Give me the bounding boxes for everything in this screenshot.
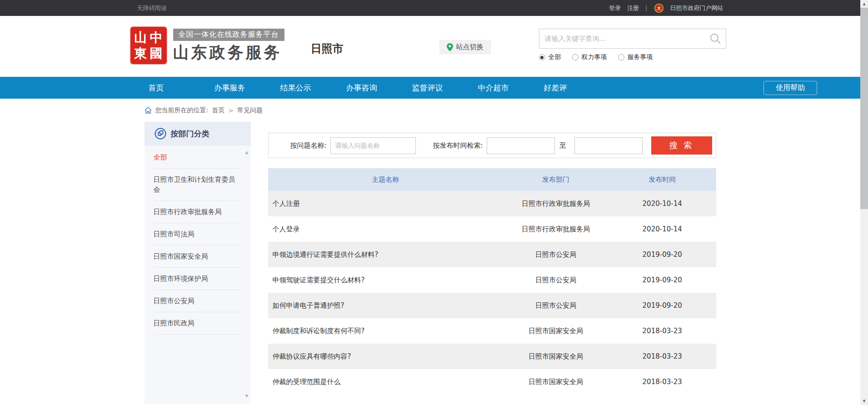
sidebar-item-admin-approval[interactable]: 日照市行政审批服务局 — [154, 201, 240, 223]
category-icon — [155, 128, 166, 140]
column-header-title: 主题名称 — [268, 175, 504, 184]
sidebar-item-health-commission[interactable]: 日照市卫生和计划生育委员会 — [154, 169, 240, 201]
help-button[interactable]: 使用帮助 — [763, 81, 817, 95]
nav-item-rating[interactable]: 好差评 — [544, 77, 610, 99]
table-row[interactable]: 仲裁制度和诉讼制度有何不同? 日照市国家安全局 2018-03-23 — [268, 318, 716, 344]
breadcrumb: 您当前所在的位置: 首页 > 常见问题 — [0, 99, 860, 122]
site-title: 山东政务服务 — [173, 42, 284, 63]
sidebar-item-all[interactable]: 全部 — [154, 146, 240, 169]
shandong-seal-logo: 山 中 東 國 — [130, 27, 167, 64]
question-title[interactable]: 申领边境通行证需要提供什么材料? — [268, 250, 504, 259]
publish-date: 2019-09-20 — [609, 301, 716, 310]
question-title[interactable]: 如何申请电子普通护照? — [268, 301, 504, 310]
publish-department: 日照市国家安全局 — [503, 327, 609, 335]
seal-char: 國 — [149, 45, 164, 61]
accessibility-link[interactable]: 无障碍阅读 — [137, 4, 167, 12]
register-link[interactable]: 注册 — [627, 4, 639, 12]
nav-item-consult[interactable]: 办事咨询 — [346, 77, 412, 99]
department-sidebar: 按部门分类 ▲ 全部 日照市卫生和计划生育委员会 日照市行政审批服务局 日照市司… — [145, 122, 251, 404]
table-row[interactable]: 仲裁协议应具有哪些内容? 日照市国家安全局 2018-03-23 — [268, 344, 716, 369]
breadcrumb-separator: > — [228, 107, 234, 114]
seal-char: 中 — [149, 30, 164, 45]
radio-all[interactable]: 全部 — [539, 53, 561, 61]
radio-dot-icon — [618, 54, 624, 60]
sidebar-item-environment[interactable]: 日照市环境保护局 — [154, 268, 240, 290]
publish-department: 日照市公安局 — [503, 250, 609, 259]
sidebar-item-civil-affairs[interactable]: 日照市民政局 — [154, 312, 240, 335]
publish-date: 2019-09-20 — [609, 276, 716, 284]
portal-link[interactable]: 日照市政府门户网站 — [670, 4, 723, 12]
page-scrollbar[interactable]: ▲ ▼ — [860, 0, 868, 405]
question-title[interactable]: 申领驾驶证需要提交什么材料? — [268, 276, 504, 285]
search-scope-radios: 全部 权力事项 服务事项 — [539, 53, 726, 61]
search-icon[interactable] — [709, 33, 721, 45]
national-emblem-icon — [654, 3, 664, 13]
question-title[interactable]: 个人注册 — [268, 200, 504, 208]
site-switch-label: 站点切换 — [456, 43, 484, 51]
date-to-input[interactable] — [574, 137, 643, 154]
breadcrumb-prefix: 您当前所在的位置: — [155, 106, 209, 115]
scrollbar-down-icon[interactable]: ▼ — [860, 397, 868, 405]
header-search-area: 全部 权力事项 服务事项 — [539, 29, 726, 61]
radio-service-items[interactable]: 服务事项 — [618, 53, 653, 61]
publish-date: 2018-03-23 — [609, 352, 716, 360]
publish-department: 日照市公安局 — [503, 301, 609, 310]
date-from-input[interactable] — [487, 137, 555, 154]
publish-date: 2020-10-14 — [609, 200, 716, 208]
question-name-input[interactable] — [330, 137, 416, 154]
home-icon — [145, 107, 152, 114]
table-row[interactable]: 个人登录 日照市行政审批服务局 2020-10-14 — [268, 216, 716, 242]
nav-item-home[interactable]: 首页 — [149, 77, 215, 99]
publish-department: 日照市国家安全局 — [503, 378, 609, 386]
site-logo[interactable]: 山 中 東 國 全国一体化在线政务服务平台 山东政务服务 — [130, 27, 284, 64]
search-button[interactable]: 搜 索 — [651, 136, 712, 155]
page: 无障碍阅读 登录 注册 | 日照市政府门户网站 — [0, 0, 860, 404]
topbar: 无障碍阅读 登录 注册 | 日照市政府门户网站 — [0, 0, 860, 16]
table-row[interactable]: 仲裁的受理范围是什么 日照市国家安全局 2018-03-23 — [268, 369, 716, 395]
radio-dot-icon — [539, 54, 545, 60]
nav-item-agency[interactable]: 中介超市 — [478, 77, 544, 99]
scrollbar-up-icon[interactable]: ▲ — [860, 0, 868, 8]
question-title[interactable]: 仲裁制度和诉讼制度有何不同? — [268, 327, 504, 335]
sidebar-item-public-security[interactable]: 日照市公安局 — [154, 290, 240, 312]
platform-badge: 全国一体化在线政务服务平台 — [173, 29, 284, 41]
publish-date: 2020-10-14 — [609, 225, 716, 233]
scroll-up-icon[interactable]: ▲ — [245, 150, 249, 155]
question-title[interactable]: 个人登录 — [268, 225, 504, 234]
breadcrumb-current: 常见问题 — [237, 106, 263, 115]
publish-date-label: 按发布时间检索: — [433, 141, 483, 150]
nav-item-supervision[interactable]: 监督评议 — [412, 77, 478, 99]
site-switch-button[interactable]: 站点切换 — [439, 40, 491, 54]
content: 按部门分类 ▲ 全部 日照市卫生和计划生育委员会 日照市行政审批服务局 日照市司… — [0, 122, 860, 404]
table-row[interactable]: 申领边境通行证需要提供什么材料? 日照市公安局 2019-09-20 — [268, 242, 716, 267]
city-name: 日照市 — [311, 41, 344, 56]
sidebar-item-justice[interactable]: 日照市司法局 — [154, 223, 240, 245]
radio-power-items[interactable]: 权力事项 — [572, 53, 607, 61]
scroll-down-icon[interactable]: ▼ — [245, 394, 249, 398]
question-title[interactable]: 仲裁的受理范围是什么 — [268, 378, 504, 386]
scrollbar-thumb[interactable] — [860, 8, 868, 209]
sidebar-list: ▲ 全部 日照市卫生和计划生育委员会 日照市行政审批服务局 日照市司法局 日照市… — [145, 145, 251, 404]
sidebar-item-state-security[interactable]: 日照市国家安全局 — [154, 245, 240, 268]
radio-label: 服务事项 — [628, 53, 653, 61]
table-row[interactable]: 个人注册 日照市行政审批服务局 2020-10-14 — [268, 191, 716, 216]
login-link[interactable]: 登录 — [609, 4, 621, 12]
column-header-department: 发布部门 — [503, 175, 609, 184]
publish-date: 2019-09-20 — [609, 250, 716, 259]
breadcrumb-home[interactable]: 首页 — [212, 106, 224, 115]
question-name-label: 按问题名称: — [290, 141, 327, 150]
table-row[interactable]: 申领驾驶证需要提交什么材料? 日照市公安局 2019-09-20 — [268, 267, 716, 293]
sidebar-header: 按部门分类 — [145, 122, 251, 145]
nav-item-results[interactable]: 结果公示 — [280, 77, 346, 99]
publish-department: 日照市行政审批服务局 — [503, 225, 609, 234]
filter-bar: 按问题名称: 按发布时间检索: 至 搜 索 — [268, 133, 716, 158]
question-title[interactable]: 仲裁协议应具有哪些内容? — [268, 352, 504, 361]
topbar-separator: | — [645, 5, 647, 11]
search-input[interactable] — [539, 35, 709, 43]
nav-item-services[interactable]: 办事服务 — [215, 77, 280, 99]
radio-dot-icon — [572, 54, 579, 60]
publish-department: 日照市公安局 — [503, 276, 609, 285]
main-panel: 按问题名称: 按发布时间检索: 至 搜 索 主题名称 发布部门 发布时间 — [268, 122, 716, 395]
table-row[interactable]: 如何申请电子普通护照? 日照市公安局 2019-09-20 — [268, 293, 716, 318]
table-header-row: 主题名称 发布部门 发布时间 — [268, 168, 716, 191]
